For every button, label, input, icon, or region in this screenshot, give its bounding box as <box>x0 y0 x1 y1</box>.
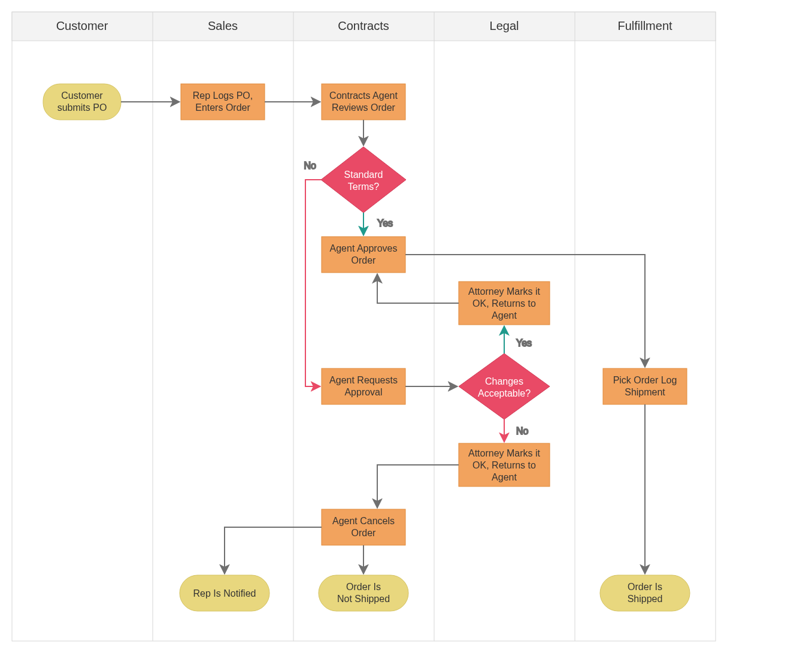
node-review: Contracts Agent Reviews Order <box>322 84 405 120</box>
lane-header-fulfillment: Fulfillment <box>617 19 672 32</box>
svg-text:Standard: Standard <box>344 170 383 180</box>
svg-text:Enters Order: Enters Order <box>195 102 250 113</box>
node-attorney-ok-2: Attorney Marks it OK, Returns to Agent <box>459 443 550 486</box>
lane-header-sales: Sales <box>208 19 238 32</box>
lane-header-contracts: Contracts <box>338 19 389 32</box>
svg-rect-20 <box>322 84 405 120</box>
svg-text:Shipped: Shipped <box>628 594 663 604</box>
svg-text:Order: Order <box>352 528 377 538</box>
node-attorney-ok-1: Attorney Marks it OK, Returns to Agent <box>459 282 550 325</box>
svg-text:Approval: Approval <box>344 387 382 397</box>
svg-rect-30 <box>322 368 405 404</box>
svg-text:Agent: Agent <box>492 310 517 321</box>
svg-rect-17 <box>181 84 265 120</box>
node-cancel: Agent Cancels Order <box>322 509 405 545</box>
svg-text:Pick Order Log: Pick Order Log <box>613 375 677 385</box>
label-changes-yes: Yes <box>516 338 532 348</box>
label-changes-no: No <box>516 426 529 436</box>
svg-text:Changes: Changes <box>485 376 523 386</box>
svg-rect-37 <box>322 509 405 545</box>
svg-text:Shipment: Shipment <box>625 387 665 397</box>
svg-rect-23 <box>322 237 405 273</box>
svg-text:Order: Order <box>352 255 377 265</box>
svg-rect-6 <box>43 84 121 120</box>
svg-text:Terms?: Terms? <box>348 182 380 192</box>
svg-text:Agent Cancels: Agent Cancels <box>332 516 395 526</box>
svg-text:OK, Returns to: OK, Returns to <box>472 298 536 309</box>
node-approve: Agent Approves Order <box>322 237 405 273</box>
svg-text:Agent Approves: Agent Approves <box>330 243 398 253</box>
svg-text:Attorney Marks it: Attorney Marks it <box>468 448 541 458</box>
svg-text:Order Is: Order Is <box>628 582 662 592</box>
svg-rect-14 <box>600 575 690 611</box>
svg-text:Rep Is Notified: Rep Is Notified <box>193 588 256 598</box>
svg-rect-11 <box>319 575 408 611</box>
node-rep-notified: Rep Is Notified <box>180 575 269 611</box>
node-start: Customer submits PO <box>43 84 121 120</box>
node-not-shipped: Order Is Not Shipped <box>319 575 408 611</box>
lane-header-customer: Customer <box>56 19 108 32</box>
lane-header-legal: Legal <box>490 19 519 32</box>
svg-text:Not Shipped: Not Shipped <box>337 594 390 604</box>
svg-text:Contracts Agent: Contracts Agent <box>329 90 398 101</box>
svg-text:submits PO: submits PO <box>57 102 107 113</box>
svg-text:Agent Requests: Agent Requests <box>329 375 398 385</box>
svg-text:Acceptable?: Acceptable? <box>478 388 531 398</box>
svg-text:Agent: Agent <box>492 472 517 482</box>
svg-text:OK, Returns to: OK, Returns to <box>472 460 536 470</box>
label-stdterms-no: No <box>304 161 317 171</box>
svg-text:Order Is: Order Is <box>346 582 381 592</box>
swimlane-flowchart: Customer Sales Contracts Legal Fulfillme… <box>0 0 812 659</box>
label-stdterms-yes: Yes <box>377 218 393 228</box>
svg-text:Attorney Marks it: Attorney Marks it <box>468 286 541 297</box>
svg-rect-40 <box>603 368 687 404</box>
svg-text:Reviews Order: Reviews Order <box>332 102 395 113</box>
svg-text:Customer: Customer <box>61 90 103 101</box>
svg-text:Rep Logs PO,: Rep Logs PO, <box>193 90 253 101</box>
node-request-approval: Agent Requests Approval <box>322 368 405 404</box>
node-shipped: Order Is Shipped <box>600 575 690 611</box>
node-rep-logs: Rep Logs PO, Enters Order <box>181 84 265 120</box>
node-pick: Pick Order Log Shipment <box>603 368 687 404</box>
